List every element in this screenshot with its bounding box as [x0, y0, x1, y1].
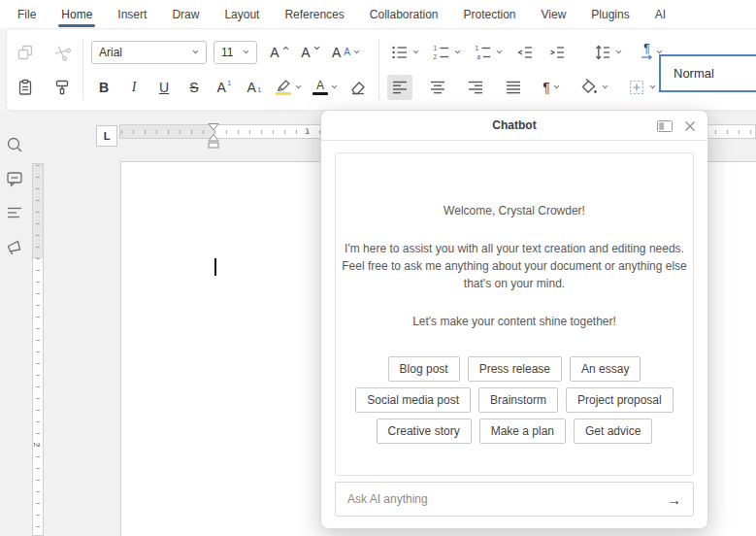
align-left-button[interactable] — [387, 75, 412, 100]
chevron-down-icon — [615, 50, 622, 54]
svg-text:a: a — [477, 52, 481, 59]
suggestion-brainstorm[interactable]: Brainstorm — [478, 387, 558, 413]
change-case-button[interactable]: A A — [329, 40, 363, 65]
font-size-select[interactable]: 11 — [214, 41, 257, 64]
highlight-color-button[interactable] — [272, 75, 305, 100]
justify-icon — [504, 78, 523, 97]
increase-font-size-button[interactable]: A — [267, 40, 292, 65]
suggestion-social-media-post[interactable]: Social media post — [355, 387, 471, 413]
svg-text:1: 1 — [434, 44, 438, 50]
menu-home[interactable]: Home — [61, 0, 92, 28]
decrease-indent-button[interactable] — [512, 40, 538, 65]
suggestion-make-a-plan[interactable]: Make a plan — [479, 419, 566, 444]
menu-references[interactable]: References — [284, 0, 344, 28]
suggestion-press-release[interactable]: Press release — [468, 356, 562, 382]
cut-button[interactable] — [49, 40, 75, 65]
suggestion-project-proposal[interactable]: Project proposal — [566, 387, 674, 413]
suggestion-an-essay[interactable]: An essay — [570, 356, 641, 382]
navigation-button[interactable] — [4, 202, 25, 223]
comments-button[interactable] — [4, 168, 25, 189]
align-center-button[interactable] — [425, 75, 450, 100]
numbered-list-button[interactable]: 12 — [429, 40, 464, 65]
chatbot-dialog: Chatbot Welcome, Crystal Crowder! I'm he… — [320, 110, 708, 529]
toolbar-divider — [378, 39, 379, 100]
superscript-button[interactable]: A 1 — [212, 75, 237, 100]
subscript-button[interactable]: A 1 — [242, 75, 267, 100]
menu-plugins[interactable]: Plugins — [591, 0, 629, 28]
numbered-list-icon: 12 — [432, 43, 451, 62]
justify-button[interactable] — [501, 75, 526, 100]
first-line-indent-marker — [209, 124, 218, 131]
send-button[interactable]: → — [661, 491, 693, 508]
increase-indent-button[interactable] — [544, 40, 570, 65]
copy-button[interactable] — [13, 40, 38, 65]
caret-down-icon — [313, 46, 320, 50]
feedback-button[interactable] — [4, 236, 25, 257]
line-spacing-icon — [593, 43, 612, 62]
font-name-select[interactable]: Arial — [91, 41, 207, 64]
arrow-right-icon — [641, 54, 653, 60]
arrow-right-icon: → — [667, 491, 681, 508]
decrease-indent-icon — [515, 43, 535, 62]
chevron-down-icon — [496, 50, 503, 54]
bold-button[interactable]: B — [91, 75, 116, 100]
menu-protection[interactable]: Protection — [464, 0, 516, 28]
menu-view[interactable]: View — [542, 0, 567, 28]
menu-file[interactable]: File — [17, 0, 36, 28]
suggestion-creative-story[interactable]: Creative story — [377, 419, 472, 444]
menu-draw[interactable]: Draw — [172, 0, 199, 28]
suggestion-buttons: Blog post Press release An essay Social … — [347, 356, 681, 444]
dock-panel-button[interactable] — [655, 118, 674, 134]
tab-stop-selector[interactable]: L — [96, 125, 117, 147]
search-icon — [5, 135, 24, 154]
close-button[interactable] — [682, 118, 698, 134]
paste-button[interactable] — [13, 75, 38, 100]
toolbar-divider — [82, 39, 83, 100]
chevron-down-icon — [243, 50, 249, 54]
menu-insert[interactable]: Insert — [117, 0, 147, 28]
format-painter-button[interactable] — [49, 75, 75, 100]
nonprinting-characters-button[interactable]: ¶ — [539, 75, 564, 100]
menu-collaboration[interactable]: Collaboration — [370, 0, 439, 28]
line-spacing-button[interactable] — [590, 40, 625, 65]
multilevel-list-button[interactable]: 1a — [471, 40, 506, 65]
megaphone-icon — [5, 237, 24, 256]
vertical-ruler: 2 — [32, 163, 44, 536]
clipboard-icon — [16, 78, 35, 97]
shading-button[interactable] — [576, 75, 611, 100]
style-normal[interactable]: Normal — [659, 54, 756, 92]
ruler-inch-label: 2 — [32, 442, 42, 447]
clear-formatting-button[interactable] — [345, 75, 371, 100]
menu-ai[interactable]: AI — [655, 0, 666, 28]
font-size-value: 11 — [221, 46, 237, 59]
align-right-button[interactable] — [463, 75, 488, 100]
text-cursor — [214, 258, 216, 276]
chevron-down-icon — [649, 84, 656, 89]
menu-layout[interactable]: Layout — [224, 0, 259, 28]
left-toolbar — [2, 134, 27, 257]
chevron-down-icon — [553, 84, 560, 89]
font-color-swatch — [312, 92, 328, 95]
chat-input[interactable] — [336, 483, 661, 516]
ruler-inch-label: 1 — [305, 126, 310, 136]
strikethrough-button[interactable]: S — [181, 75, 207, 100]
indent-markers[interactable] — [205, 122, 222, 150]
eraser-icon — [348, 78, 368, 97]
bullet-list-button[interactable] — [387, 40, 422, 65]
decrease-font-size-button[interactable]: A — [298, 40, 323, 65]
ruler-ticks — [36, 164, 40, 535]
borders-icon — [627, 78, 646, 97]
borders-button[interactable] — [624, 75, 659, 100]
menu-bar: File Home Insert Draw Layout References … — [0, 0, 756, 28]
underline-button[interactable]: U — [151, 75, 177, 100]
font-color-button[interactable]: A — [310, 75, 341, 100]
chevron-down-icon — [192, 50, 199, 54]
search-button[interactable] — [4, 134, 25, 155]
welcome-body: I'm here to assist you with all your tex… — [342, 240, 687, 292]
copy-icon — [16, 43, 35, 62]
suggestion-blog-post[interactable]: Blog post — [388, 356, 460, 382]
suggestion-get-advice[interactable]: Get advice — [574, 419, 652, 444]
paragraph-group: 12 1a — [387, 37, 666, 102]
italic-button[interactable]: I — [121, 75, 147, 100]
hanging-indent-marker — [209, 135, 218, 142]
